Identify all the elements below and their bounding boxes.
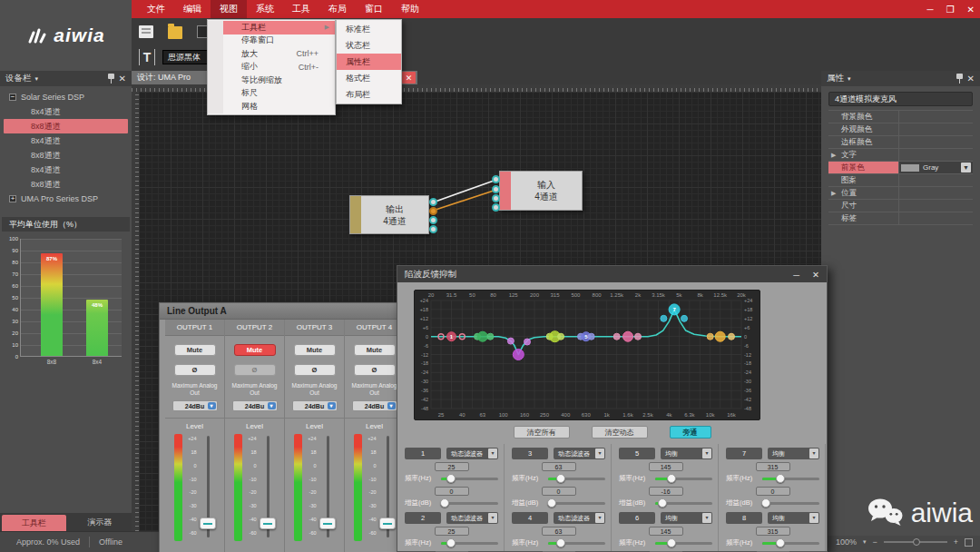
max-analog-dropdown[interactable]: 24dBu▾: [232, 400, 278, 411]
bottom-tab-工具栏[interactable]: 工具栏: [2, 515, 66, 531]
pin-icon[interactable]: [107, 74, 115, 84]
mute-button[interactable]: Mute: [174, 344, 216, 356]
freq-value[interactable]: 25: [435, 462, 469, 471]
filter-type-dropdown[interactable]: 均衡▾: [661, 512, 712, 524]
maximize-button[interactable]: ❐: [946, 5, 955, 15]
freq-slider[interactable]: [548, 473, 605, 484]
property-row-图案[interactable]: 图案: [828, 174, 973, 187]
tree-item-8x4通道[interactable]: 8x4通道: [0, 104, 132, 119]
clear-all-button[interactable]: 清空所有: [514, 426, 570, 439]
filter-number-button[interactable]: 7: [726, 448, 762, 459]
filter-type-dropdown[interactable]: 动态滤波器▾: [554, 512, 605, 524]
menu-系统[interactable]: 系统: [247, 0, 283, 18]
output-port-1[interactable]: [429, 198, 437, 206]
freq-value[interactable]: 315: [756, 462, 790, 471]
freq-slider[interactable]: [655, 473, 712, 484]
gain-slider[interactable]: [548, 498, 605, 508]
property-row-前景色[interactable]: 前景色Gray▼: [828, 162, 973, 174]
fader-handle[interactable]: [319, 518, 336, 529]
menu-item-工具栏[interactable]: 工具栏▶: [208, 21, 335, 34]
menu-item-放大[interactable]: 放大Ctrl++: [208, 47, 335, 61]
zoom-in-icon[interactable]: +: [954, 537, 958, 547]
chevron-down-icon[interactable]: ▾: [35, 75, 39, 83]
gain-value[interactable]: 0: [435, 487, 469, 496]
property-row-边框颜色[interactable]: 边框颜色: [828, 136, 973, 149]
filter-number-button[interactable]: 5: [619, 448, 655, 459]
max-analog-dropdown[interactable]: 24dBu▾: [352, 400, 397, 411]
menu-窗口[interactable]: 窗口: [356, 0, 392, 18]
menu-item-网格[interactable]: 网格: [208, 100, 335, 113]
freq-slider[interactable]: [548, 537, 605, 548]
menu-item-标尺[interactable]: 标尺: [208, 87, 335, 101]
property-row-位置[interactable]: ▶位置: [828, 187, 973, 200]
submenu-item-属性栏[interactable]: 属性栏: [337, 54, 401, 70]
chevron-down-icon[interactable]: ▾: [595, 448, 604, 458]
menu-item-等比例缩放[interactable]: 等比例缩放: [208, 74, 335, 87]
freq-value[interactable]: 145: [649, 527, 683, 536]
minimize-button[interactable]: ─: [927, 5, 934, 15]
submenu-item-标准栏[interactable]: 标准栏: [337, 21, 401, 37]
freq-value[interactable]: 63: [542, 527, 576, 536]
menu-编辑[interactable]: 编辑: [174, 0, 211, 18]
phase-invert-button[interactable]: Ø: [174, 364, 216, 376]
gain-slider[interactable]: [441, 498, 498, 508]
chevron-down-icon[interactable]: ▾: [809, 513, 818, 523]
eq-graph[interactable]: 2031.550801252003155008001.25k2k3.15k5k8…: [414, 290, 760, 420]
gain-slider[interactable]: [655, 498, 712, 508]
filter-type-dropdown[interactable]: 动态滤波器▾: [446, 448, 498, 459]
submenu-item-格式栏[interactable]: 格式栏: [337, 70, 401, 86]
fader-handle[interactable]: [200, 518, 216, 529]
input-port-3[interactable]: [492, 194, 500, 202]
minimize-icon[interactable]: ─: [793, 270, 799, 280]
slider-knob[interactable]: [446, 538, 456, 547]
zoom-slider-knob[interactable]: [913, 538, 920, 546]
slider-knob[interactable]: [556, 474, 565, 483]
filter-type-dropdown[interactable]: 均衡▾: [661, 448, 712, 459]
gain-slider[interactable]: [762, 498, 819, 508]
slider-knob[interactable]: [446, 474, 456, 483]
new-document-icon[interactable]: [139, 25, 153, 38]
tree-item-8x8通道[interactable]: 8x8通道: [4, 119, 128, 133]
freq-slider[interactable]: [441, 473, 498, 484]
output-port-4[interactable]: [429, 225, 437, 233]
chevron-down-icon[interactable]: ▼: [961, 163, 971, 172]
properties-panel-close-icon[interactable]: ✕: [967, 74, 975, 84]
freq-value[interactable]: 315: [756, 527, 790, 536]
output-port-2[interactable]: [429, 207, 437, 215]
input-port-4[interactable]: [492, 203, 500, 212]
filter-type-dropdown[interactable]: 均衡▾: [768, 512, 819, 524]
tree-item-UMA Pro Series DSP[interactable]: +UMA Pro Series DSP: [0, 192, 132, 206]
slider-knob[interactable]: [658, 498, 667, 508]
max-analog-dropdown[interactable]: 24dBu▾: [172, 400, 218, 411]
chevron-down-icon[interactable]: ▾: [488, 448, 497, 458]
freq-slider[interactable]: [441, 537, 498, 548]
property-row-尺寸[interactable]: 尺寸: [828, 200, 973, 212]
input-port-2[interactable]: [492, 185, 500, 193]
filter-type-dropdown[interactable]: 均衡▾: [768, 448, 819, 459]
clear-dynamic-button[interactable]: 清空动态: [592, 426, 648, 439]
tree-item-8x8通道[interactable]: 8x8通道: [0, 148, 132, 163]
mute-button[interactable]: Mute: [294, 344, 336, 356]
tree-item-8x8通道[interactable]: 8x8通道: [0, 177, 132, 192]
bypass-button[interactable]: 旁通: [670, 426, 711, 439]
filter-number-button[interactable]: 2: [405, 512, 441, 524]
submenu-item-布局栏[interactable]: 布局栏: [337, 86, 401, 103]
menu-布局[interactable]: 布局: [319, 0, 356, 18]
level-fader[interactable]: [319, 434, 336, 541]
freq-slider[interactable]: [762, 537, 819, 548]
menu-帮助[interactable]: 帮助: [392, 0, 428, 18]
pin-icon[interactable]: [956, 74, 964, 84]
menu-视图[interactable]: 视图: [211, 0, 247, 18]
filter-number-button[interactable]: 6: [619, 512, 655, 524]
text-tool-icon[interactable]: T: [139, 49, 155, 65]
close-icon[interactable]: ✕: [812, 270, 819, 280]
slider-knob[interactable]: [776, 474, 785, 483]
open-folder-icon[interactable]: [168, 26, 182, 39]
tree-item-8x4通道[interactable]: 8x4通道: [0, 163, 132, 177]
slider-knob[interactable]: [667, 474, 676, 483]
level-fader[interactable]: [379, 434, 396, 541]
close-button[interactable]: ✕: [967, 5, 975, 15]
menu-item-缩小[interactable]: 缩小Ctrl+-: [208, 61, 335, 74]
output-port-3[interactable]: [429, 216, 437, 224]
chevron-down-icon[interactable]: ▾: [208, 402, 216, 409]
